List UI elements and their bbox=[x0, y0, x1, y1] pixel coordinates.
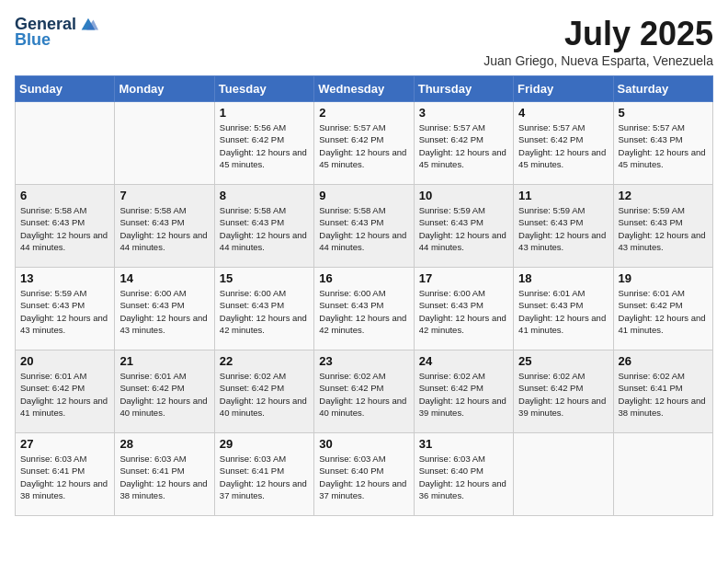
weekday-header-thursday: Thursday bbox=[414, 76, 513, 102]
day-number: 11 bbox=[518, 189, 608, 202]
calendar-cell bbox=[115, 102, 214, 185]
day-number: 6 bbox=[20, 189, 109, 202]
day-info: Sunrise: 5:57 AMSunset: 6:42 PMDaylight:… bbox=[518, 121, 608, 170]
day-number: 2 bbox=[319, 106, 408, 120]
calendar-cell: 15Sunrise: 6:00 AMSunset: 6:43 PMDayligh… bbox=[214, 268, 313, 350]
page-header: General Blue July 2025 Juan Griego, Nuev… bbox=[15, 15, 713, 68]
calendar-cell: 21Sunrise: 6:01 AMSunset: 6:42 PMDayligh… bbox=[115, 350, 214, 433]
weekday-header-tuesday: Tuesday bbox=[214, 76, 313, 102]
calendar-cell: 16Sunrise: 6:00 AMSunset: 6:43 PMDayligh… bbox=[314, 268, 414, 350]
calendar-cell: 26Sunrise: 6:02 AMSunset: 6:41 PMDayligh… bbox=[613, 350, 712, 433]
calendar-cell: 10Sunrise: 5:59 AMSunset: 6:43 PMDayligh… bbox=[414, 185, 513, 268]
day-info: Sunrise: 6:03 AMSunset: 6:41 PMDaylight:… bbox=[220, 453, 309, 501]
location: Juan Griego, Nueva Esparta, Venezuela bbox=[483, 53, 713, 68]
calendar-cell: 5Sunrise: 5:57 AMSunset: 6:43 PMDaylight… bbox=[613, 102, 712, 185]
day-number: 29 bbox=[220, 437, 309, 451]
day-number: 15 bbox=[220, 271, 309, 285]
calendar-cell: 14Sunrise: 6:00 AMSunset: 6:43 PMDayligh… bbox=[115, 268, 214, 350]
calendar-week-row: 1Sunrise: 5:56 AMSunset: 6:42 PMDaylight… bbox=[16, 102, 713, 185]
calendar-cell: 19Sunrise: 6:01 AMSunset: 6:42 PMDayligh… bbox=[613, 268, 712, 350]
day-number: 20 bbox=[20, 354, 109, 368]
day-number: 18 bbox=[518, 271, 608, 285]
day-info: Sunrise: 6:01 AMSunset: 6:42 PMDaylight:… bbox=[619, 287, 708, 336]
calendar-cell: 2Sunrise: 5:57 AMSunset: 6:42 PMDaylight… bbox=[314, 102, 414, 185]
month-title: July 2025 bbox=[483, 15, 713, 53]
weekday-header-monday: Monday bbox=[115, 76, 214, 102]
day-info: Sunrise: 6:00 AMSunset: 6:43 PMDaylight:… bbox=[119, 287, 209, 336]
calendar-cell: 24Sunrise: 6:02 AMSunset: 6:42 PMDayligh… bbox=[414, 350, 513, 433]
calendar-cell bbox=[16, 102, 115, 185]
day-number: 28 bbox=[119, 437, 209, 451]
day-number: 12 bbox=[619, 189, 708, 202]
calendar-cell: 29Sunrise: 6:03 AMSunset: 6:41 PMDayligh… bbox=[214, 433, 313, 516]
day-number: 16 bbox=[319, 271, 408, 285]
calendar-cell bbox=[514, 433, 613, 516]
calendar-cell: 8Sunrise: 5:58 AMSunset: 6:43 PMDaylight… bbox=[214, 185, 313, 268]
day-info: Sunrise: 5:58 AMSunset: 6:43 PMDaylight:… bbox=[220, 204, 309, 253]
day-number: 13 bbox=[20, 271, 109, 285]
calendar-cell: 6Sunrise: 5:58 AMSunset: 6:43 PMDaylight… bbox=[16, 185, 115, 268]
day-info: Sunrise: 5:58 AMSunset: 6:43 PMDaylight:… bbox=[20, 204, 109, 253]
day-number: 26 bbox=[619, 354, 708, 368]
day-info: Sunrise: 5:57 AMSunset: 6:42 PMDaylight:… bbox=[319, 121, 408, 170]
day-info: Sunrise: 6:02 AMSunset: 6:42 PMDaylight:… bbox=[419, 370, 508, 419]
title-block: July 2025 Juan Griego, Nueva Esparta, Ve… bbox=[483, 15, 713, 68]
calendar-cell: 12Sunrise: 5:59 AMSunset: 6:43 PMDayligh… bbox=[613, 185, 712, 268]
day-info: Sunrise: 5:56 AMSunset: 6:42 PMDaylight:… bbox=[220, 121, 309, 170]
calendar-cell: 9Sunrise: 5:58 AMSunset: 6:43 PMDaylight… bbox=[314, 185, 414, 268]
calendar-cell: 31Sunrise: 6:03 AMSunset: 6:40 PMDayligh… bbox=[414, 433, 513, 516]
logo-blue-text: Blue bbox=[15, 31, 51, 50]
day-info: Sunrise: 6:03 AMSunset: 6:41 PMDaylight:… bbox=[119, 453, 209, 501]
day-number: 4 bbox=[518, 106, 608, 120]
day-number: 21 bbox=[119, 354, 209, 368]
weekday-header-row: SundayMondayTuesdayWednesdayThursdayFrid… bbox=[16, 76, 713, 102]
calendar-cell: 11Sunrise: 5:59 AMSunset: 6:43 PMDayligh… bbox=[514, 185, 613, 268]
day-number: 31 bbox=[419, 437, 508, 451]
day-info: Sunrise: 5:59 AMSunset: 6:43 PMDaylight:… bbox=[619, 204, 708, 253]
calendar-table: SundayMondayTuesdayWednesdayThursdayFrid… bbox=[15, 75, 713, 516]
calendar-cell: 1Sunrise: 5:56 AMSunset: 6:42 PMDaylight… bbox=[214, 102, 313, 185]
day-info: Sunrise: 5:59 AMSunset: 6:43 PMDaylight:… bbox=[419, 204, 508, 253]
day-info: Sunrise: 6:02 AMSunset: 6:41 PMDaylight:… bbox=[619, 370, 708, 419]
day-info: Sunrise: 5:59 AMSunset: 6:43 PMDaylight:… bbox=[518, 204, 608, 253]
day-number: 22 bbox=[220, 354, 309, 368]
logo: General Blue bbox=[15, 15, 98, 50]
day-info: Sunrise: 6:02 AMSunset: 6:42 PMDaylight:… bbox=[220, 370, 309, 419]
day-number: 25 bbox=[518, 354, 608, 368]
calendar-cell: 28Sunrise: 6:03 AMSunset: 6:41 PMDayligh… bbox=[115, 433, 214, 516]
weekday-header-sunday: Sunday bbox=[16, 76, 115, 102]
day-number: 17 bbox=[419, 271, 508, 285]
day-info: Sunrise: 5:57 AMSunset: 6:43 PMDaylight:… bbox=[619, 121, 708, 170]
day-info: Sunrise: 6:03 AMSunset: 6:40 PMDaylight:… bbox=[319, 453, 408, 501]
day-number: 14 bbox=[119, 271, 209, 285]
calendar-cell: 18Sunrise: 6:01 AMSunset: 6:43 PMDayligh… bbox=[514, 268, 613, 350]
weekday-header-friday: Friday bbox=[514, 76, 613, 102]
day-info: Sunrise: 6:02 AMSunset: 6:42 PMDaylight:… bbox=[518, 370, 608, 419]
day-number: 24 bbox=[419, 354, 508, 368]
calendar-cell: 20Sunrise: 6:01 AMSunset: 6:42 PMDayligh… bbox=[16, 350, 115, 433]
day-info: Sunrise: 5:59 AMSunset: 6:43 PMDaylight:… bbox=[20, 287, 109, 336]
calendar-week-row: 13Sunrise: 5:59 AMSunset: 6:43 PMDayligh… bbox=[16, 268, 713, 350]
calendar-cell: 3Sunrise: 5:57 AMSunset: 6:42 PMDaylight… bbox=[414, 102, 513, 185]
day-info: Sunrise: 6:01 AMSunset: 6:42 PMDaylight:… bbox=[119, 370, 209, 419]
day-info: Sunrise: 5:58 AMSunset: 6:43 PMDaylight:… bbox=[319, 204, 408, 253]
day-info: Sunrise: 6:03 AMSunset: 6:41 PMDaylight:… bbox=[20, 453, 109, 501]
day-number: 23 bbox=[319, 354, 408, 368]
calendar-cell: 17Sunrise: 6:00 AMSunset: 6:43 PMDayligh… bbox=[414, 268, 513, 350]
calendar-cell: 4Sunrise: 5:57 AMSunset: 6:42 PMDaylight… bbox=[514, 102, 613, 185]
day-info: Sunrise: 5:57 AMSunset: 6:42 PMDaylight:… bbox=[419, 121, 508, 170]
day-number: 10 bbox=[419, 189, 508, 202]
calendar-cell: 7Sunrise: 5:58 AMSunset: 6:43 PMDaylight… bbox=[115, 185, 214, 268]
day-number: 19 bbox=[619, 271, 708, 285]
day-number: 3 bbox=[419, 106, 508, 120]
day-number: 8 bbox=[220, 189, 309, 202]
calendar-cell: 23Sunrise: 6:02 AMSunset: 6:42 PMDayligh… bbox=[314, 350, 414, 433]
day-number: 27 bbox=[20, 437, 109, 451]
day-number: 1 bbox=[220, 106, 309, 120]
logo-icon bbox=[78, 15, 98, 35]
day-info: Sunrise: 6:00 AMSunset: 6:43 PMDaylight:… bbox=[319, 287, 408, 336]
day-info: Sunrise: 6:00 AMSunset: 6:43 PMDaylight:… bbox=[220, 287, 309, 336]
day-number: 9 bbox=[319, 189, 408, 202]
day-info: Sunrise: 6:03 AMSunset: 6:40 PMDaylight:… bbox=[419, 453, 508, 501]
day-info: Sunrise: 6:01 AMSunset: 6:42 PMDaylight:… bbox=[20, 370, 109, 419]
